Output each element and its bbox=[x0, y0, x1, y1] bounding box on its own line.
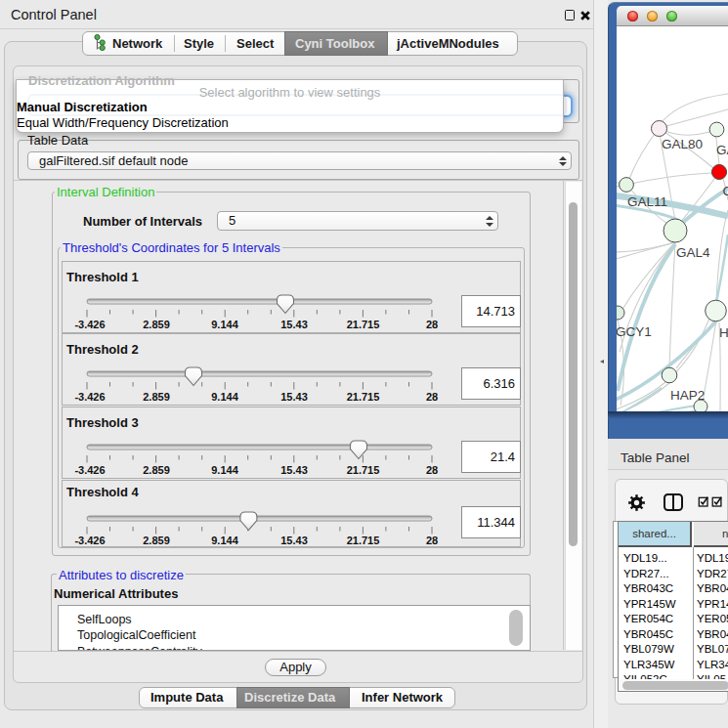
svg-text:HAP2: HAP2 bbox=[670, 388, 705, 403]
svg-text:GAL11: GAL11 bbox=[627, 194, 667, 209]
svg-text:C: C bbox=[723, 184, 728, 198]
svg-text:H: H bbox=[719, 325, 728, 340]
svg-text:GCY1: GCY1 bbox=[617, 324, 652, 339]
svg-text:GAL4: GAL4 bbox=[676, 245, 710, 260]
svg-text:GA: GA bbox=[716, 143, 728, 157]
svg-text:GAL80: GAL80 bbox=[662, 137, 703, 151]
